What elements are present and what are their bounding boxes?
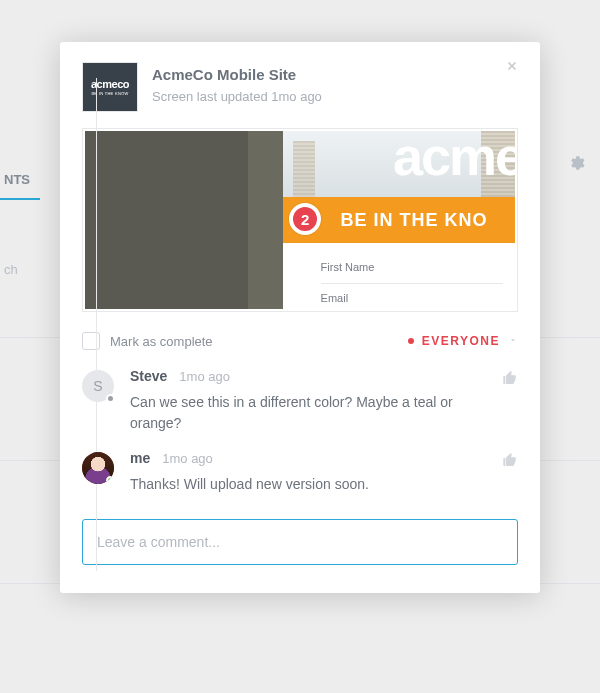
comment-time: 1mo ago — [179, 369, 230, 384]
gear-icon[interactable] — [567, 154, 585, 176]
comment-time: 1mo ago — [162, 451, 213, 466]
screen-thumbnail[interactable]: acmeco BE IN THE KNOW — [82, 62, 138, 112]
background-tab: NTS — [0, 160, 40, 200]
comment-text: Thanks! Will upload new version soon. — [130, 474, 518, 495]
screen-preview[interactable]: acme BE IN THE KNO 2 First Name Email — [82, 128, 518, 312]
mark-complete-checkbox[interactable] — [82, 332, 100, 350]
presence-indicator — [106, 394, 115, 403]
comment-marker[interactable]: 2 — [289, 203, 321, 235]
comment-text: Can we see this in a different color? Ma… — [130, 392, 518, 434]
modal-header: acmeco BE IN THE KNOW AcmeCo Mobile Site… — [60, 42, 540, 128]
thread-line — [96, 78, 97, 571]
modal-title: AcmeCo Mobile Site — [152, 66, 322, 83]
controls-row: Mark as complete EVERYONE — [60, 312, 540, 368]
mark-complete-label: Mark as complete — [110, 334, 213, 349]
chevron-down-icon — [508, 334, 518, 348]
mark-complete[interactable]: Mark as complete — [82, 332, 213, 350]
preview-logo: acme — [393, 131, 515, 187]
avatar-initial: S — [93, 378, 102, 394]
preview-field-email: Email — [321, 292, 503, 304]
preview-field-firstname: First Name — [321, 261, 503, 273]
like-icon[interactable] — [502, 370, 518, 390]
like-icon[interactable] — [502, 452, 518, 472]
preview-form: First Name Email — [309, 243, 515, 309]
close-icon[interactable] — [500, 54, 524, 78]
visibility-dot-icon — [408, 338, 414, 344]
comment-input[interactable] — [82, 519, 518, 565]
comment-modal: acmeco BE IN THE KNOW AcmeCo Mobile Site… — [60, 42, 540, 593]
header-text: AcmeCo Mobile Site Screen last updated 1… — [152, 62, 322, 104]
avatar[interactable]: S — [82, 370, 114, 402]
comment-input-row — [60, 511, 540, 593]
comment: S Steve 1mo ago Can we see this in a dif… — [82, 368, 518, 434]
preview-banner-text: BE IN THE KNO — [340, 210, 487, 231]
comment-author: Steve — [130, 368, 167, 384]
comments-list: S Steve 1mo ago Can we see this in a dif… — [60, 368, 540, 495]
comment-author: me — [130, 450, 150, 466]
modal-subtitle: Screen last updated 1mo ago — [152, 89, 322, 104]
visibility-dropdown[interactable]: EVERYONE — [408, 334, 518, 348]
visibility-label: EVERYONE — [422, 334, 500, 348]
avatar[interactable] — [82, 452, 114, 484]
background-search-fragment: ch — [0, 262, 45, 292]
presence-indicator — [106, 476, 114, 484]
comment: me 1mo ago Thanks! Will upload new versi… — [82, 450, 518, 495]
